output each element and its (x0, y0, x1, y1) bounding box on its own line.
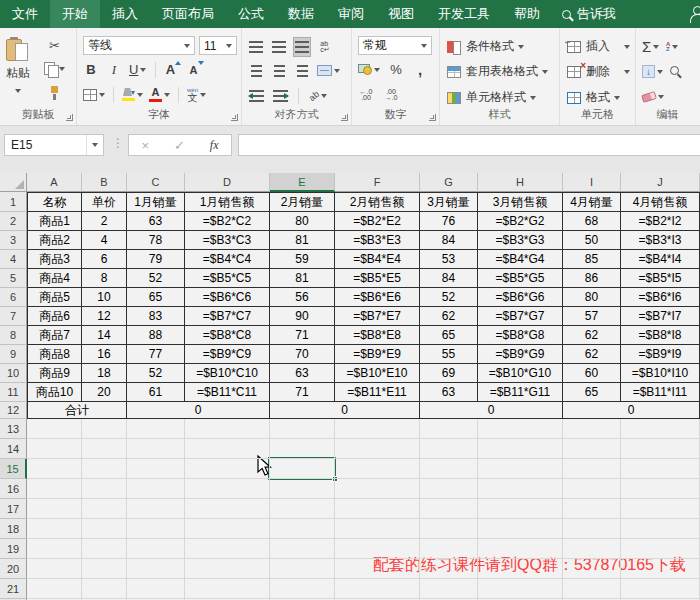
cell-D21[interactable] (185, 579, 270, 599)
cell-styles-button[interactable] (446, 89, 462, 107)
row-header-16[interactable]: 16 (0, 479, 27, 499)
cell-B4[interactable]: 6 (82, 250, 127, 269)
cell-C18[interactable] (127, 519, 185, 539)
tab-home[interactable]: 开始 (50, 0, 100, 28)
cell-G3[interactable]: 84 (420, 231, 478, 250)
cell-F8[interactable]: =$B8*E8 (335, 326, 420, 345)
enter-button[interactable]: ✓ (174, 138, 185, 153)
decrease-decimal-button[interactable]: .00→.0 (383, 86, 399, 104)
cell-E15[interactable] (270, 459, 335, 479)
accounting-format-button[interactable] (358, 61, 380, 79)
cell-G14[interactable] (420, 439, 478, 459)
cell-E8[interactable]: 71 (270, 326, 335, 345)
cell-B11[interactable]: 20 (82, 383, 127, 402)
cell-E21[interactable] (270, 579, 335, 599)
cell-I16[interactable] (563, 479, 621, 499)
cell-H5[interactable]: =$B5*G5 (478, 269, 563, 288)
cell-F13[interactable] (335, 419, 420, 439)
tab-help[interactable]: 帮助 (502, 0, 552, 28)
cell-D13[interactable] (185, 419, 270, 439)
col-header-I[interactable]: I (563, 173, 621, 192)
cell-J3[interactable]: =$B3*I3 (621, 231, 700, 250)
cell-C3[interactable]: 78 (127, 231, 185, 250)
cell-J10[interactable]: =$B10*I10 (621, 364, 700, 383)
cell-A15[interactable] (27, 459, 82, 479)
cell-C16[interactable] (127, 479, 185, 499)
cell-H6[interactable]: =$B6*G6 (478, 288, 563, 307)
format-as-table-label[interactable]: 套用表格格式 (466, 63, 538, 80)
cell-A12-B12[interactable]: 合计 (27, 402, 127, 419)
cell-H7[interactable]: =$B7*G7 (478, 307, 563, 326)
cut-button[interactable]: ✂ (47, 36, 63, 54)
cell-H2[interactable]: =$B2*G2 (478, 212, 563, 231)
cell-I8[interactable]: 62 (563, 326, 621, 345)
col-header-J[interactable]: J (621, 173, 700, 192)
cell-F1[interactable]: 2月销售额 (335, 192, 420, 212)
cell-J8[interactable]: =$B8*I8 (621, 326, 700, 345)
cell-J16[interactable] (621, 479, 700, 499)
cell-D3[interactable]: =$B3*C3 (185, 231, 270, 250)
cell-F15[interactable] (335, 459, 420, 479)
cell-H4[interactable]: =$B4*G4 (478, 250, 563, 269)
cell-C4[interactable]: 79 (127, 250, 185, 269)
cell-F9[interactable]: =$B9*E9 (335, 345, 420, 364)
cell-A1[interactable]: 名称 (27, 192, 82, 212)
cell-E5[interactable]: 81 (270, 269, 335, 288)
tab-data[interactable]: 数据 (276, 0, 326, 28)
cell-I15[interactable] (563, 459, 621, 479)
cell-B19[interactable] (82, 539, 127, 559)
name-box-dropdown[interactable] (86, 135, 103, 155)
cell-I2[interactable]: 68 (563, 212, 621, 231)
col-header-B[interactable]: B (82, 173, 127, 192)
tab-file[interactable]: 文件 (0, 0, 50, 28)
delete-cells-label[interactable]: 删除 (586, 63, 610, 80)
cell-D20[interactable] (185, 559, 270, 579)
cell-J9[interactable]: =$B9*I9 (621, 345, 700, 364)
cell-B5[interactable]: 8 (82, 269, 127, 288)
cell-D9[interactable]: =$B9*C9 (185, 345, 270, 364)
cell-B6[interactable]: 10 (82, 288, 127, 307)
cell-J6[interactable]: =$B6*I6 (621, 288, 700, 307)
cell-E10[interactable]: 63 (270, 364, 335, 383)
cell-E6[interactable]: 56 (270, 288, 335, 307)
cell-C8[interactable]: 88 (127, 326, 185, 345)
increase-font-button[interactable]: A (165, 61, 181, 79)
cell-A8[interactable]: 商品7 (27, 326, 82, 345)
cell-D8[interactable]: =$B8*C8 (185, 326, 270, 345)
tab-page-layout[interactable]: 页面布局 (150, 0, 226, 28)
clear-button[interactable] (642, 88, 664, 106)
cell-A10[interactable]: 商品9 (27, 364, 82, 383)
cell-H13[interactable] (478, 419, 563, 439)
merge-center-button[interactable] (317, 62, 340, 80)
cell-A6[interactable]: 商品5 (27, 288, 82, 307)
copy-button[interactable] (44, 60, 65, 78)
col-header-F[interactable]: F (335, 173, 420, 192)
name-box[interactable]: E15 (4, 134, 104, 156)
cell-A11[interactable]: 商品10 (27, 383, 82, 402)
cell-E1[interactable]: 2月销量 (270, 192, 335, 212)
cell-J15[interactable] (621, 459, 700, 479)
cell-B3[interactable]: 4 (82, 231, 127, 250)
cell-G4[interactable]: 53 (420, 250, 478, 269)
cell-J4[interactable]: =$B4*I4 (621, 250, 700, 269)
cell-D2[interactable]: =$B2*C2 (185, 212, 270, 231)
align-left-button[interactable] (248, 62, 264, 80)
underline-button[interactable]: U (129, 61, 146, 79)
col-header-A[interactable]: A (27, 173, 82, 192)
cell-F5[interactable]: =$B5*E5 (335, 269, 420, 288)
delete-cells-button[interactable]: × (566, 63, 582, 81)
cell-C21[interactable] (127, 579, 185, 599)
cell-A2[interactable]: 商品1 (27, 212, 82, 231)
conditional-formatting-label[interactable]: 条件格式 (466, 38, 514, 55)
cell-I6[interactable]: 80 (563, 288, 621, 307)
row-header-1[interactable]: 1 (0, 192, 27, 212)
cell-I17[interactable] (563, 499, 621, 519)
cell-E3[interactable]: 81 (270, 231, 335, 250)
cell-B7[interactable]: 12 (82, 307, 127, 326)
cell-G18[interactable] (420, 519, 478, 539)
share-user-icon[interactable] (688, 5, 700, 23)
cell-F11[interactable]: =$B11*E11 (335, 383, 420, 402)
cell-J19[interactable] (621, 539, 700, 559)
cell-D15[interactable] (185, 459, 270, 479)
cell-A14[interactable] (27, 439, 82, 459)
